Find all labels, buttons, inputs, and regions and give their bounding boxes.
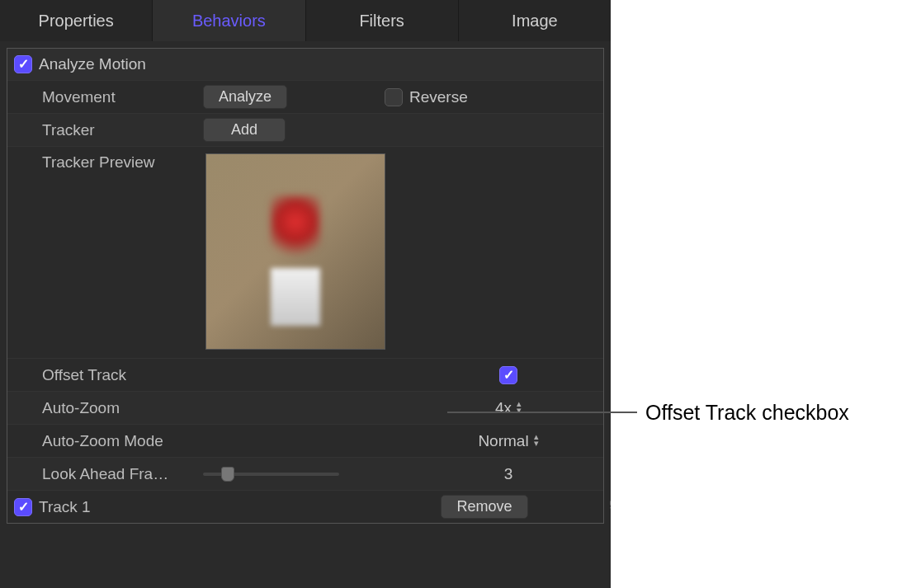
reverse-checkbox[interactable] <box>385 88 403 106</box>
callout-leader-line <box>447 412 637 413</box>
add-button[interactable]: Add <box>203 118 286 142</box>
movement-label: Movement <box>42 88 203 106</box>
reverse-label: Reverse <box>409 88 468 106</box>
analyze-button[interactable]: Analyze <box>203 85 287 109</box>
auto-zoom-value-text: 4x <box>495 399 512 417</box>
stepper-icon[interactable]: ▴▾ <box>534 435 539 448</box>
inspector-panel: Properties Behaviors Filters Image Analy… <box>0 0 611 588</box>
auto-zoom-mode-value[interactable]: Normal ▴▾ <box>385 432 632 450</box>
row-auto-zoom-mode: Auto-Zoom Mode Normal ▴▾ <box>7 424 603 457</box>
analyze-motion-header[interactable]: Analyze Motion <box>7 49 603 80</box>
row-auto-zoom: Auto-Zoom 4x ▴▾ <box>7 391 603 424</box>
callout-label: Offset Track checkbox <box>645 401 849 425</box>
look-ahead-slider[interactable] <box>203 466 339 482</box>
offset-track-checkbox[interactable] <box>499 366 517 384</box>
row-look-ahead: Look Ahead Fra… 3 <box>7 457 603 490</box>
row-tracker: Tracker Add <box>7 113 603 146</box>
tracker-label: Tracker <box>42 121 203 139</box>
row-movement: Movement Analyze Reverse <box>7 80 603 113</box>
tab-image[interactable]: Image <box>459 0 611 41</box>
tracker-preview-image[interactable] <box>205 153 385 350</box>
row-tracker-preview: Tracker Preview <box>7 146 603 358</box>
look-ahead-label: Look Ahead Fra… <box>42 465 203 483</box>
remove-button[interactable]: Remove <box>441 495 527 519</box>
row-offset-track: Offset Track <box>7 358 603 391</box>
auto-zoom-mode-label: Auto-Zoom Mode <box>42 432 203 450</box>
auto-zoom-label: Auto-Zoom <box>42 399 203 417</box>
behavior-body: Analyze Motion Movement Analyze Reverse … <box>7 48 604 524</box>
tab-properties[interactable]: Properties <box>0 0 153 41</box>
analyze-motion-title: Analyze Motion <box>39 55 146 73</box>
look-ahead-value[interactable]: 3 <box>385 465 632 483</box>
track-1-checkbox[interactable] <box>14 498 32 516</box>
row-track-1: Track 1 Remove <box>7 490 603 523</box>
look-ahead-value-text: 3 <box>504 465 513 483</box>
inspector-tabs: Properties Behaviors Filters Image <box>0 0 611 41</box>
callout-area: Offset Track checkbox <box>611 0 902 588</box>
track-1-label: Track 1 <box>39 498 179 516</box>
tab-filters[interactable]: Filters <box>306 0 459 41</box>
offset-track-label: Offset Track <box>42 366 203 384</box>
tab-behaviors[interactable]: Behaviors <box>153 0 305 41</box>
auto-zoom-value[interactable]: 4x ▴▾ <box>385 399 632 417</box>
tracker-preview-label: Tracker Preview <box>42 153 203 172</box>
auto-zoom-mode-value-text: Normal <box>478 432 528 450</box>
analyze-motion-checkbox[interactable] <box>14 55 32 73</box>
